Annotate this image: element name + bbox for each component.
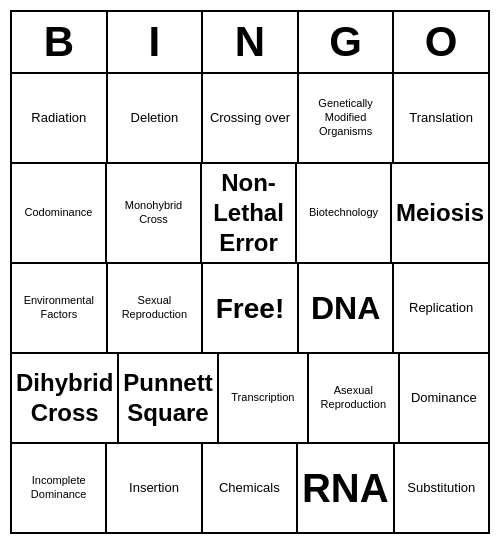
bingo-row: Incomplete DominanceInsertionChemicalsRN… bbox=[12, 444, 488, 532]
bingo-cell: Deletion bbox=[108, 74, 204, 162]
bingo-cell: Punnett Square bbox=[119, 354, 218, 442]
bingo-cell: Incomplete Dominance bbox=[12, 444, 107, 532]
bingo-cell: Environmental Factors bbox=[12, 264, 108, 352]
bingo-cell: Genetically Modified Organisms bbox=[299, 74, 395, 162]
bingo-cell: Non-Lethal Error bbox=[202, 164, 297, 262]
bingo-row: RadiationDeletionCrossing overGeneticall… bbox=[12, 74, 488, 164]
bingo-cell: Substitution bbox=[395, 444, 488, 532]
header-letter: G bbox=[299, 12, 395, 72]
bingo-cell: Radiation bbox=[12, 74, 108, 162]
header-letter: I bbox=[108, 12, 204, 72]
bingo-row: Environmental FactorsSexual Reproduction… bbox=[12, 264, 488, 354]
bingo-cell: Chemicals bbox=[203, 444, 298, 532]
bingo-cell: Replication bbox=[394, 264, 488, 352]
bingo-cell: Dihybrid Cross bbox=[12, 354, 119, 442]
bingo-cell: Dominance bbox=[400, 354, 488, 442]
bingo-cell: RNA bbox=[298, 444, 395, 532]
bingo-cell: Free! bbox=[203, 264, 299, 352]
bingo-cell: Meiosis bbox=[392, 164, 488, 262]
bingo-cell: Crossing over bbox=[203, 74, 299, 162]
bingo-cell: Translation bbox=[394, 74, 488, 162]
header-letter: N bbox=[203, 12, 299, 72]
bingo-header: BINGO bbox=[12, 12, 488, 74]
header-letter: B bbox=[12, 12, 108, 72]
bingo-cell: Sexual Reproduction bbox=[108, 264, 204, 352]
bingo-cell: Insertion bbox=[107, 444, 202, 532]
bingo-cell: Transcription bbox=[219, 354, 309, 442]
bingo-row: CodominanceMonohybrid CrossNon-Lethal Er… bbox=[12, 164, 488, 264]
bingo-cell: Codominance bbox=[12, 164, 107, 262]
bingo-card: BINGO RadiationDeletionCrossing overGene… bbox=[10, 10, 490, 534]
bingo-cell: Biotechnology bbox=[297, 164, 392, 262]
bingo-cell: DNA bbox=[299, 264, 395, 352]
header-letter: O bbox=[394, 12, 488, 72]
bingo-cell: Monohybrid Cross bbox=[107, 164, 202, 262]
bingo-cell: Asexual Reproduction bbox=[309, 354, 399, 442]
bingo-row: Dihybrid CrossPunnett SquareTranscriptio… bbox=[12, 354, 488, 444]
bingo-grid: RadiationDeletionCrossing overGeneticall… bbox=[12, 74, 488, 532]
